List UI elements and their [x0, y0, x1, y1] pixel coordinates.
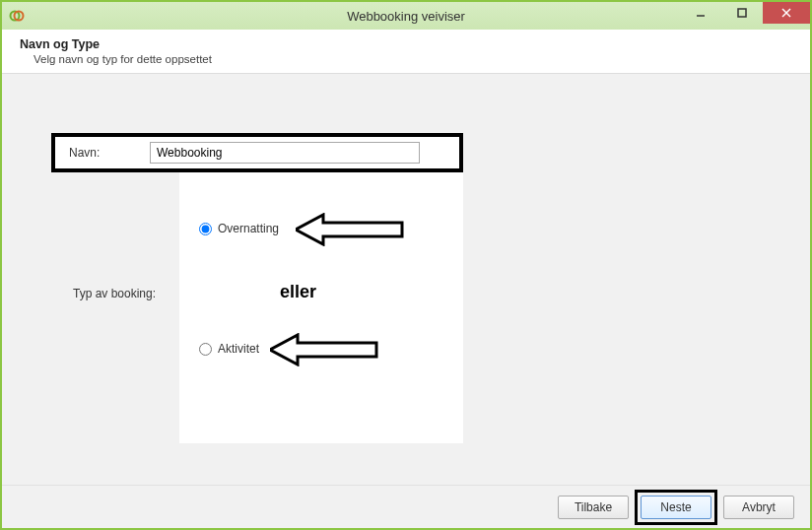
- radio-option-activity[interactable]: Aktivitet: [199, 342, 259, 356]
- booking-type-label: Typ av booking:: [73, 287, 156, 300]
- annotation-arrow-icon: [270, 333, 378, 366]
- wizard-panel: [179, 133, 463, 443]
- wizard-footer: Tilbake Neste Avbryt: [2, 485, 810, 528]
- wizard-window: Webbooking veiviser Navn og Type Velg na…: [0, 0, 812, 530]
- svg-marker-6: [296, 215, 402, 244]
- minimize-button[interactable]: [680, 2, 721, 24]
- radio-activity-input[interactable]: [199, 343, 212, 356]
- titlebar: Webbooking veiviser: [2, 2, 810, 30]
- cancel-button[interactable]: Avbryt: [723, 496, 794, 519]
- wizard-body: Navn: Typ av booking: Overnatting eller …: [2, 74, 810, 485]
- window-title: Webbooking veiviser: [347, 9, 465, 24]
- name-label: Navn:: [69, 146, 150, 160]
- name-input[interactable]: [150, 142, 420, 164]
- svg-rect-3: [738, 9, 746, 17]
- back-button[interactable]: Tilbake: [558, 496, 629, 519]
- radio-option-overnight[interactable]: Overnatting: [199, 222, 279, 235]
- svg-marker-7: [270, 335, 376, 364]
- radio-overnight-label: Overnatting: [218, 222, 279, 235]
- annotation-arrow-icon: [296, 213, 404, 246]
- next-button-highlight-box: Neste: [635, 490, 717, 525]
- maximize-button[interactable]: [721, 2, 763, 24]
- radio-overnight-input[interactable]: [199, 223, 212, 235]
- or-annotation-text: eller: [280, 282, 316, 302]
- window-controls: [680, 2, 810, 24]
- close-button[interactable]: [763, 2, 810, 24]
- header-title: Navn og Type: [20, 37, 792, 51]
- wizard-header: Navn og Type Velg navn og typ for dette …: [2, 30, 810, 74]
- name-field-highlight-box: Navn:: [51, 133, 463, 172]
- app-icon: [8, 7, 26, 25]
- header-subtitle: Velg navn og typ for dette oppsettet: [34, 53, 792, 65]
- radio-activity-label: Aktivitet: [218, 342, 259, 356]
- next-button[interactable]: Neste: [641, 496, 711, 519]
